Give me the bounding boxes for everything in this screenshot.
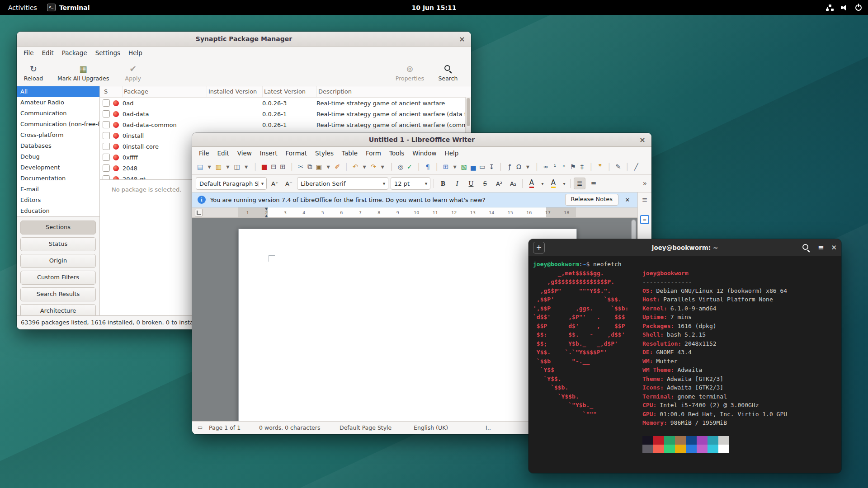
export-pdf-icon[interactable]: ■ (260, 161, 269, 173)
hyperlink-icon[interactable]: ∞ (542, 161, 550, 173)
package-checkbox[interactable] (103, 132, 110, 139)
bold-button[interactable]: B (437, 178, 449, 189)
menu-item[interactable]: Tools (385, 148, 408, 158)
font-color-button[interactable]: A (526, 178, 538, 189)
menu-item[interactable]: Help (441, 148, 463, 158)
bullet-list-button[interactable]: ≣ (574, 178, 585, 189)
toolbar-separator[interactable]: │ (623, 161, 632, 173)
undo-icon[interactable]: ↶ (351, 161, 360, 173)
track-changes-icon[interactable]: ✎ (614, 161, 623, 173)
sidebar-filter-button[interactable]: Sections (20, 221, 96, 235)
sidebar-filter-button[interactable]: Search Results (20, 287, 96, 301)
menu-item[interactable]: Table (338, 148, 362, 158)
category-item[interactable]: Amateur Radio (17, 97, 99, 108)
special-character-icon[interactable]: Ω (514, 161, 523, 173)
category-item[interactable]: Cross-platform (17, 130, 99, 141)
paragraph-style-combobox[interactable]: Default Paragraph Styl ▾ (196, 177, 267, 190)
synaptic-titlebar[interactable]: Synaptic Package Manager × (17, 32, 471, 47)
toolbar-separator[interactable]: │ (605, 161, 613, 173)
reload-button[interactable]: ↻ Reload (21, 63, 46, 82)
writer-titlebar[interactable]: Untitled 1 - LibreOffice Writer × (192, 133, 651, 147)
menu-item[interactable]: Format (282, 148, 311, 158)
clone-formatting-icon[interactable]: ✐ (333, 161, 342, 173)
font-size-combobox[interactable]: 12 pt ▾ (391, 177, 430, 190)
selection-mode-icon[interactable]: ▭ (198, 424, 203, 431)
column-header-description[interactable]: Description (317, 86, 471, 97)
open-icon[interactable]: ▥ (214, 161, 223, 173)
insert-table-icon[interactable]: ⊞ (442, 161, 450, 173)
sidebar-properties-icon[interactable]: ≡ (640, 215, 649, 224)
category-item[interactable]: Editors (17, 195, 99, 206)
chevron-down-icon[interactable]: ▾ (422, 181, 430, 187)
numbered-list-button[interactable]: ≡ (588, 178, 599, 189)
toolbar-separator[interactable]: │ (387, 161, 396, 173)
highlight-color-button[interactable]: A (547, 178, 559, 189)
category-item[interactable]: Development (17, 162, 99, 173)
tab-stop-selector[interactable] (195, 209, 203, 216)
page-break-icon[interactable]: ↧ (487, 161, 496, 173)
sidebar-menu-icon[interactable]: ≡ (642, 197, 648, 203)
chevron-down-icon[interactable]: ▾ (258, 181, 266, 187)
package-checkbox[interactable] (103, 121, 110, 128)
dropdown-caret[interactable]: ▾ (242, 161, 250, 173)
system-status-area[interactable] (826, 0, 862, 15)
category-item[interactable]: Databases (17, 141, 99, 151)
page-style[interactable]: Default Page Style (340, 424, 392, 431)
properties-button[interactable]: ⊚ Properties (396, 63, 424, 82)
insert-chart-icon[interactable]: ▅ (469, 161, 477, 173)
toolbar-overflow-chevron[interactable]: » (643, 179, 648, 188)
clock[interactable]: 10 Jun 15:11 (412, 4, 457, 11)
column-header-installed[interactable]: Installed Version (207, 86, 263, 97)
package-row[interactable]: 0ad-data-common 0.0.26-1 Real-time strat… (100, 119, 471, 130)
category-item[interactable]: Communication (non-free-firm (17, 119, 99, 130)
search-icon[interactable] (802, 243, 811, 252)
package-checkbox[interactable] (103, 99, 110, 107)
redo-icon[interactable]: ↷ (369, 161, 378, 173)
font-name-combobox[interactable]: Liberation Serif ▾ (297, 177, 388, 190)
insert-image-icon[interactable]: ▧ (460, 161, 469, 173)
strikethrough-button[interactable]: S (479, 178, 491, 189)
close-icon[interactable]: ✕ (831, 244, 837, 252)
menu-item[interactable]: Form (362, 148, 385, 158)
apply-button[interactable]: ✔ Apply (121, 63, 145, 82)
insert-field-icon[interactable]: ƒ (505, 161, 514, 173)
menu-item[interactable]: Window (408, 148, 440, 158)
find-replace-icon[interactable]: ◎ (396, 161, 405, 173)
menu-item[interactable]: Edit (38, 48, 58, 58)
bookmark-icon[interactable]: ⚑ (569, 161, 577, 173)
dropdown-caret[interactable]: ▾ (223, 161, 232, 173)
terminal-body[interactable]: joey@bookworm:~$ neofetch _,met$$$$$gg. … (528, 256, 841, 473)
chevron-down-icon[interactable]: ▾ (540, 181, 545, 186)
toolbar-separator[interactable]: │ (433, 161, 441, 173)
page-count[interactable]: Page 1 of 1 (209, 424, 241, 431)
close-button[interactable]: × (637, 135, 647, 145)
package-checkbox[interactable] (103, 110, 110, 117)
category-item[interactable]: Education (17, 206, 99, 216)
chevron-down-icon[interactable]: ▾ (561, 181, 567, 186)
dropdown-caret[interactable]: ▾ (360, 161, 369, 173)
category-item[interactable]: E-mail (17, 184, 99, 195)
subscript-button[interactable]: A₂ (507, 178, 519, 189)
paste-icon[interactable]: ▣ (315, 161, 324, 173)
toolbar-separator[interactable]: │ (415, 161, 423, 173)
focused-app-menu[interactable]: >_ Terminal (47, 4, 90, 11)
sidebar-filter-button[interactable]: Architecture (20, 304, 96, 315)
menu-item[interactable]: View (233, 148, 256, 158)
menu-item[interactable]: Settings (91, 48, 124, 58)
copy-icon[interactable]: ⧉ (306, 161, 314, 173)
italic-button[interactable]: I (451, 178, 463, 189)
document-page[interactable] (238, 229, 577, 421)
menu-item[interactable]: Styles (311, 148, 338, 158)
toolbar-separator[interactable]: │ (533, 161, 541, 173)
search-button[interactable]: Search (436, 63, 460, 82)
new-style-button[interactable]: A⁻ (283, 178, 295, 189)
package-row[interactable]: 0ad 0.0.26-3 Real-time strategy game of … (100, 98, 471, 108)
first-line-indent-marker[interactable]: ▼ (265, 207, 268, 211)
underline-button[interactable]: U (465, 178, 477, 189)
print-preview-icon[interactable]: ⊞ (278, 161, 287, 173)
menu-item[interactable]: Help (124, 48, 146, 58)
menu-item[interactable]: Edit (213, 148, 233, 158)
dropdown-caret[interactable]: ▾ (205, 161, 214, 173)
column-header-s[interactable]: S (103, 86, 123, 97)
superscript-button[interactable]: A² (493, 178, 505, 189)
